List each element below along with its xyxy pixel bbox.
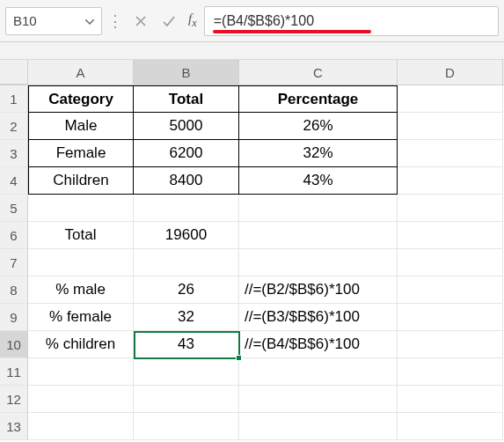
formula-input-wrap <box>204 6 499 36</box>
gap <box>0 42 504 60</box>
cell-a11[interactable] <box>28 358 134 386</box>
cell-b11[interactable] <box>134 358 239 386</box>
row-header-7[interactable]: 7 <box>0 249 28 276</box>
row-headers: 1 2 3 4 5 6 7 8 9 10 11 12 13 <box>0 85 28 440</box>
cancel-button[interactable] <box>128 9 153 33</box>
cell-a7[interactable] <box>28 249 134 276</box>
row-header-9[interactable]: 9 <box>0 304 28 331</box>
col-header-c[interactable]: C <box>239 60 398 85</box>
cell-a2[interactable]: Male <box>28 113 134 140</box>
cell-c3[interactable]: 32% <box>239 140 398 167</box>
col-header-d[interactable]: D <box>398 60 503 85</box>
cell-a4[interactable]: Children <box>28 167 134 195</box>
cell-c6[interactable] <box>239 222 398 249</box>
cell-d10[interactable] <box>398 331 503 358</box>
cell-grid: Category Total Percentage Male 5000 26% … <box>28 85 503 440</box>
cell-c9[interactable]: //=(B3/$B$6)*100 <box>239 304 398 331</box>
cell-c11[interactable] <box>239 358 398 386</box>
cell-b4[interactable]: 8400 <box>134 167 239 195</box>
row-header-3[interactable]: 3 <box>0 140 28 167</box>
row-header-12[interactable]: 12 <box>0 386 28 413</box>
cell-b8[interactable]: 26 <box>134 276 239 304</box>
row-header-4[interactable]: 4 <box>0 167 28 195</box>
cell-c12[interactable] <box>239 386 398 413</box>
name-box[interactable]: B10 <box>5 7 102 35</box>
row-header-1[interactable]: 1 <box>0 85 28 113</box>
cell-d5[interactable] <box>398 195 503 222</box>
cell-c7[interactable] <box>239 249 398 276</box>
divider-icon: ⋮ <box>106 11 125 31</box>
cell-a5[interactable] <box>28 195 134 222</box>
row-header-2[interactable]: 2 <box>0 113 28 140</box>
cell-b7[interactable] <box>134 249 239 276</box>
cell-d9[interactable] <box>398 304 503 331</box>
chevron-down-icon[interactable] <box>85 16 94 26</box>
cell-d7[interactable] <box>398 249 503 276</box>
cell-d4[interactable] <box>398 167 503 195</box>
fx-icon[interactable]: fx <box>185 11 201 30</box>
cell-d1[interactable] <box>398 85 503 113</box>
row-header-5[interactable]: 5 <box>0 195 28 222</box>
cell-c4[interactable]: 43% <box>239 167 398 195</box>
cell-d8[interactable] <box>398 276 503 304</box>
cell-c1[interactable]: Percentage <box>239 85 398 113</box>
cell-a3[interactable]: Female <box>28 140 134 167</box>
cell-b5[interactable] <box>134 195 239 222</box>
col-header-b[interactable]: B <box>134 60 239 85</box>
cell-c13[interactable] <box>239 413 398 440</box>
cell-c5[interactable] <box>239 195 398 222</box>
cell-b12[interactable] <box>134 386 239 413</box>
cell-a13[interactable] <box>28 413 134 440</box>
column-headers: A B C D <box>0 60 504 85</box>
enter-button[interactable] <box>157 9 181 33</box>
cell-c8[interactable]: //=(B2/$B$6)*100 <box>239 276 398 304</box>
row-header-6[interactable]: 6 <box>0 222 28 249</box>
select-all-corner[interactable] <box>0 60 28 85</box>
row-header-8[interactable]: 8 <box>0 276 28 304</box>
row-header-13[interactable]: 13 <box>0 413 28 440</box>
annotation-underline <box>213 30 371 33</box>
cell-a10[interactable]: % children <box>28 331 134 358</box>
cell-b13[interactable] <box>134 413 239 440</box>
cell-a9[interactable]: % female <box>28 304 134 331</box>
name-box-value: B10 <box>13 13 37 28</box>
formula-bar: B10 ⋮ fx <box>0 0 504 42</box>
cell-d11[interactable] <box>398 358 503 386</box>
cell-a1[interactable]: Category <box>28 85 134 113</box>
cell-a6[interactable]: Total <box>28 222 134 249</box>
cell-b1[interactable]: Total <box>134 85 239 113</box>
cell-a12[interactable] <box>28 386 134 413</box>
cell-b2[interactable]: 5000 <box>134 113 239 140</box>
cell-a8[interactable]: % male <box>28 276 134 304</box>
cell-b10[interactable]: 43 <box>134 331 239 358</box>
cell-c10[interactable]: //=(B4/$B$6)*100 <box>239 331 398 358</box>
row-header-10[interactable]: 10 <box>0 331 28 358</box>
cell-d3[interactable] <box>398 140 503 167</box>
cell-c2[interactable]: 26% <box>239 113 398 140</box>
cell-d6[interactable] <box>398 222 503 249</box>
cell-b9[interactable]: 32 <box>134 304 239 331</box>
cell-b3[interactable]: 6200 <box>134 140 239 167</box>
col-header-a[interactable]: A <box>28 60 134 85</box>
cell-d13[interactable] <box>398 413 503 440</box>
cell-d2[interactable] <box>398 113 503 140</box>
row-header-11[interactable]: 11 <box>0 358 28 386</box>
cell-b6[interactable]: 19600 <box>134 222 239 249</box>
cell-d12[interactable] <box>398 386 503 413</box>
